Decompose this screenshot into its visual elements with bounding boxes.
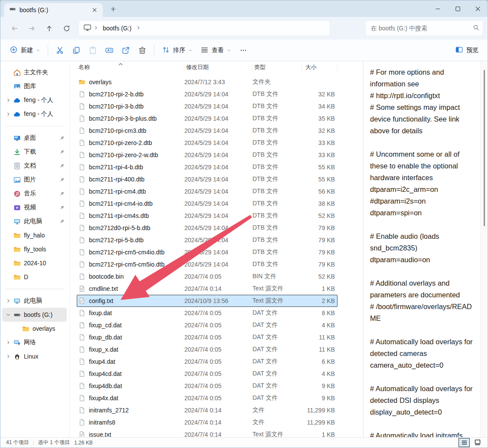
view-button[interactable]: 查看: [197, 43, 235, 58]
sidebar-item-folder[interactable]: fly_tools: [2, 242, 67, 256]
delete-button[interactable]: [134, 43, 151, 58]
file-row[interactable]: bcm2712-rpi-cm5-cm5io.dtb2024/5/29 14:04…: [77, 258, 337, 270]
new-tab-button[interactable]: [107, 3, 119, 15]
file-row[interactable]: fixup_x.dat2024/7/4 0:05DAT 文件11 KB: [77, 343, 337, 356]
search-box[interactable]: [365, 20, 483, 36]
share-button[interactable]: [118, 43, 134, 58]
sidebar-item-gallery[interactable]: 图库: [2, 79, 67, 93]
column-header-type[interactable]: 类型: [252, 63, 302, 72]
file-row[interactable]: bcm2711-rpi-4-b.dtb2024/5/29 14:04DTB 文件…: [77, 161, 337, 173]
up-button[interactable]: [40, 20, 58, 36]
file-row[interactable]: fixup_cd.dat2024/7/4 0:05DAT 文件4 KB: [77, 319, 337, 331]
window-controls: [428, 0, 488, 17]
copy-button[interactable]: [68, 43, 85, 58]
paste-button[interactable]: [85, 43, 101, 58]
file-row[interactable]: bcm2711-rpi-400.dtb2024/5/29 14:04DTB 文件…: [77, 173, 337, 185]
file-row[interactable]: initramfs82024/7/4 0:14文件11,299 KB: [77, 416, 337, 428]
file-row[interactable]: config.txt2024/10/9 13:56Text 源文件2 KB: [77, 295, 337, 307]
file-row[interactable]: cmdline.txt2024/7/4 0:14Text 源文件1 KB: [77, 283, 337, 295]
rename-button[interactable]: [101, 43, 118, 58]
sidebar-item-drive[interactable]: bootfs (G:): [2, 308, 67, 322]
sidebar-item-pc[interactable]: 此电脑: [2, 214, 67, 228]
sidebar-item-desktop[interactable]: 桌面: [2, 131, 67, 145]
close-button[interactable]: [468, 0, 488, 17]
file-row[interactable]: fixup4.dat2024/7/4 0:05DAT 文件6 KB: [77, 356, 337, 368]
thumbnails-view-toggle[interactable]: [472, 438, 483, 447]
scrollbar-thumb[interactable]: [484, 70, 485, 226]
file-row[interactable]: fixup4x.dat2024/7/4 0:05DAT 文件9 KB: [77, 392, 337, 404]
sidebar-item-music[interactable]: 音乐: [2, 187, 67, 201]
tab-close-icon[interactable]: [90, 5, 99, 15]
column-header-date[interactable]: 修改日期: [184, 63, 252, 72]
file-row[interactable]: bcm2711-rpi-cm4-io.dtb2024/5/29 14:04DTB…: [77, 198, 337, 210]
tab-bootfs[interactable]: bootfs (G:): [4, 3, 103, 17]
file-icon: [79, 139, 85, 146]
sidebar-item-linux[interactable]: Linux: [2, 349, 67, 363]
forward-button[interactable]: [23, 20, 40, 36]
sidebar-item-pc[interactable]: 此电脑: [2, 294, 67, 308]
file-row[interactable]: bootcode.bin2024/7/4 0:05BIN 文件52 KB: [77, 270, 337, 283]
breadcrumb-drive[interactable]: bootfs (G:): [100, 25, 134, 32]
file-row[interactable]: bcm2710-rpi-cm3.dtb2024/5/29 14:04DTB 文件…: [77, 125, 337, 137]
refresh-button[interactable]: [58, 20, 75, 36]
chevron-right-icon[interactable]: [4, 98, 13, 103]
file-row[interactable]: bcm2712-rpi-5-b.dtb2024/5/29 14:04DTB 文件…: [77, 234, 337, 246]
details-view-toggle[interactable]: [459, 438, 470, 447]
sidebar-item-onedrive[interactable]: feng - 个人: [2, 93, 67, 107]
file-row[interactable]: fixup4db.dat2024/7/4 0:05DAT 文件9 KB: [77, 380, 337, 392]
preview-toggle-button[interactable]: 预览: [451, 43, 482, 58]
sidebar-item-folder[interactable]: 2024-10: [2, 256, 67, 270]
new-button[interactable]: 新建: [6, 43, 44, 58]
sidebar-item-videos[interactable]: 视频: [2, 201, 67, 214]
file-row[interactable]: fixup4cd.dat2024/7/4 0:05DAT 文件4 KB: [77, 368, 337, 380]
file-row[interactable]: bcm2710-rpi-3-b-plus.dtb2024/5/29 14:04D…: [77, 112, 337, 125]
breadcrumb[interactable]: bootfs (G:): [79, 20, 330, 36]
preview-scrollbar[interactable]: [480, 61, 488, 437]
sidebar-item-label: D: [24, 273, 67, 280]
file-name: fixup4db.dat: [89, 382, 122, 389]
column-header-name[interactable]: 名称: [77, 63, 184, 72]
more-button[interactable]: [235, 43, 252, 58]
file-date: 2024/5/29 14:04: [184, 200, 252, 207]
file-date: 2024/7/4 0:05: [184, 395, 252, 402]
file-row[interactable]: bcm2711-rpi-cm4s.dtb2024/5/29 14:04DTB 文…: [77, 210, 337, 222]
back-button[interactable]: [6, 20, 23, 36]
cut-button[interactable]: [52, 43, 68, 58]
gallery-icon: [13, 83, 21, 90]
file-icon: [79, 370, 85, 377]
file-row[interactable]: bcm2710-rpi-zero-2-w.dtb2024/5/29 14:04D…: [77, 149, 337, 161]
sidebar-item-download[interactable]: 下载: [2, 145, 67, 159]
maximize-button[interactable]: [448, 0, 468, 17]
file-row[interactable]: issue.txt2024/7/4 0:14Text 源文件1 KB: [77, 428, 337, 437]
sidebar-item-onedrive[interactable]: feng - 个人: [2, 107, 67, 121]
column-header-size[interactable]: 大小: [302, 63, 337, 72]
file-row[interactable]: bcm2711-rpi-cm4.dtb2024/5/29 14:04DTB 文件…: [77, 185, 337, 198]
file-row[interactable]: bcm2710-rpi-3-b.dtb2024/5/29 14:04DTB 文件…: [77, 100, 337, 112]
chevron-right-icon[interactable]: [4, 298, 13, 303]
search-input[interactable]: [371, 25, 473, 32]
file-row[interactable]: initramfs_27122024/7/4 0:14文件11,299 KB: [77, 404, 337, 416]
chevron-right-icon[interactable]: [4, 354, 13, 359]
file-row[interactable]: overlays2024/7/12 3:43文件夹: [77, 76, 337, 88]
sidebar-item-folder[interactable]: fly_halo: [2, 228, 67, 242]
chevron-right-icon[interactable]: [4, 340, 13, 345]
file-row[interactable]: bcm2710-rpi-2-b.dtb2024/5/29 14:04DTB 文件…: [77, 88, 337, 100]
sidebar-item-document[interactable]: 文档: [2, 159, 67, 173]
folder-icon: [21, 325, 30, 333]
sidebar-item-folder[interactable]: overlays: [2, 322, 67, 336]
sidebar-item-home[interactable]: 主文件夹: [2, 66, 67, 79]
sidebar-item-network[interactable]: 网络: [2, 336, 67, 349]
file-row[interactable]: bcm2712-rpi-cm5-cm4io.dtb2024/5/29 14:04…: [77, 246, 337, 258]
chevron-down-icon[interactable]: [4, 312, 13, 317]
file-row[interactable]: fixup_db.dat2024/7/4 0:05DAT 文件11 KB: [77, 331, 337, 343]
chevron-right-icon[interactable]: [4, 112, 13, 117]
sort-button[interactable]: 排序: [158, 43, 197, 58]
file-row[interactable]: bcm2710-rpi-zero-2.dtb2024/5/29 14:04DTB…: [77, 137, 337, 149]
search-icon[interactable]: [473, 24, 479, 33]
sidebar-item-pictures[interactable]: 图片: [2, 173, 67, 187]
minimize-button[interactable]: [428, 0, 448, 17]
file-row[interactable]: bcm2712d0-rpi-5-b.dtb2024/5/29 14:04DTB …: [77, 222, 337, 234]
sidebar-item-folder[interactable]: D: [2, 270, 67, 284]
file-row[interactable]: fixup.dat2024/7/4 0:05DAT 文件8 KB: [77, 307, 337, 319]
file-date: 2024/5/29 14:04: [184, 164, 252, 171]
